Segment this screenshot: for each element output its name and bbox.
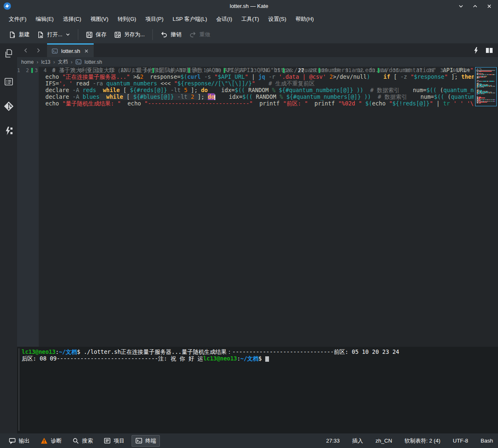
line-number[interactable]: 16: [168, 68, 179, 73]
code-line-15[interactable]: IFS=', ' read -ra quantum_numbers <<< "$…: [39, 80, 255, 87]
statusbar-tab-mode[interactable]: 软制表符: 2 (4): [405, 437, 441, 445]
menu-lsp-client[interactable]: LSP 客户端(L): [168, 13, 212, 25]
code-line-20[interactable]: idx=$(( RANDOM % ${#quantum_numbers[@]} …: [208, 87, 399, 93]
line-number[interactable]: 23: [251, 68, 262, 73]
menu-project[interactable]: 项目(P): [141, 13, 168, 25]
code-line-36[interactable]: printf "前区: ": [253, 100, 308, 107]
line-number[interactable]: 35: [393, 68, 404, 73]
close-icon[interactable]: [486, 3, 492, 9]
breadcrumb-item[interactable]: 文档: [58, 58, 68, 65]
code-line-34[interactable]: echo "量子随机生成结果: ": [39, 100, 121, 107]
line-number[interactable]: 9: [88, 68, 97, 73]
code-line-7[interactable]: response=$(curl -s "$API_URL" | jq -r '.…: [143, 73, 370, 80]
split-view-icon[interactable]: [486, 47, 493, 54]
line-number[interactable]: 8: [79, 68, 88, 73]
minimize-icon[interactable]: [458, 3, 464, 9]
line-number[interactable]: 15: [156, 68, 167, 73]
sidebar-tool-git[interactable]: [3, 101, 14, 112]
line-number[interactable]: 19: [203, 68, 215, 73]
line-number[interactable]: 29: [322, 68, 334, 73]
line-number[interactable]: 6: [61, 68, 70, 73]
code-line-18[interactable]: declare -A reds: [39, 87, 96, 93]
line-number[interactable]: 40: [452, 68, 464, 73]
line-number[interactable]: 14: [144, 68, 156, 73]
line-number[interactable]: 38: [428, 68, 440, 73]
statusbar-input-mode[interactable]: 插入: [352, 437, 363, 445]
line-number[interactable]: 31: [346, 68, 357, 73]
line-number[interactable]: 11: [109, 68, 120, 73]
statusbar-terminal-button[interactable]: 终端: [132, 435, 160, 447]
new-button[interactable]: 新建: [5, 28, 33, 41]
code-line-19[interactable]: while [ ${#reds[@]} -lt 5 ]; do: [96, 87, 208, 93]
sidebar-tool-filesystem[interactable]: [4, 77, 14, 87]
line-number[interactable]: 28: [310, 68, 321, 73]
line-number[interactable]: 24: [262, 68, 274, 73]
code-line-17[interactable]: # 生成不重复前区: [262, 80, 315, 87]
breadcrumb-item[interactable]: home: [21, 59, 34, 65]
tab-forward-icon[interactable]: [35, 48, 41, 53]
line-number[interactable]: 34: [381, 68, 393, 73]
line-number[interactable]: 30: [334, 68, 345, 73]
line-number[interactable]: 41: [464, 68, 476, 73]
statusbar-dictionary[interactable]: zh_CN: [376, 438, 392, 444]
code-line-21[interactable]: num=$(( (quantum_numbers[idx] % 35) + 1 …: [399, 87, 474, 93]
line-number[interactable]: 39: [440, 68, 452, 73]
open-button[interactable]: 打开...: [33, 28, 74, 41]
statusbar-cursor-position[interactable]: 27:33: [326, 438, 340, 444]
code-line-35[interactable]: echo "------------------------------": [121, 100, 253, 107]
line-number-gutter[interactable]: 1234567891011121314151617181920212223242…: [17, 67, 39, 347]
line-number[interactable]: 2: [26, 68, 35, 73]
code-view[interactable]: # 基于澳大利亚国立大学（ANU）量子光学团队的ANU量子数（AQN）API的A…: [39, 67, 474, 347]
tab-back-icon[interactable]: [23, 48, 29, 53]
line-number[interactable]: 7: [70, 68, 79, 73]
redo-button[interactable]: 重做: [185, 28, 214, 41]
statusbar-syntax-mode[interactable]: Bash: [481, 438, 493, 444]
undo-button[interactable]: 撤销: [157, 28, 185, 41]
save-as-button[interactable]: 另存为...: [110, 28, 149, 41]
terminal-panel[interactable]: lc13@neo13:~/文档$ ./lotter.sh正在连接量子服务器...…: [17, 347, 498, 433]
quick-open-icon[interactable]: [473, 47, 479, 54]
statusbar-diagnostics-button[interactable]: 诊断: [37, 435, 65, 447]
line-number[interactable]: 26: [286, 68, 298, 73]
statusbar-project-button[interactable]: 项目: [100, 435, 128, 447]
line-number[interactable]: 3: [35, 68, 43, 73]
menu-file[interactable]: 文件(F): [4, 13, 31, 25]
statusbar-output-button[interactable]: 输出: [5, 435, 33, 447]
code-line-28[interactable]: idx=$(( RANDOM % ${#quantum_numbers[@]} …: [215, 93, 407, 100]
line-number[interactable]: 37: [416, 68, 428, 73]
terminal-output[interactable]: lc13@neo13:~/文档$ ./lotter.sh正在连接量子服务器...…: [19, 348, 498, 431]
breadcrumb-item[interactable]: lotter.sh: [85, 59, 102, 65]
breadcrumb-item[interactable]: lc13: [41, 59, 50, 65]
line-number[interactable]: 32: [357, 68, 369, 73]
menu-tools[interactable]: 工具(T): [237, 13, 264, 25]
line-number[interactable]: 27: [298, 68, 310, 73]
statusbar-search-button[interactable]: 搜索: [69, 435, 97, 447]
line-number[interactable]: 20: [215, 68, 227, 73]
tab-lotter-sh[interactable]: lotter.sh: [47, 43, 94, 57]
line-number[interactable]: 36: [405, 68, 416, 73]
line-number[interactable]: 21: [227, 68, 239, 73]
line-number[interactable]: 33: [369, 68, 381, 73]
code-line-16[interactable]: [255, 80, 262, 87]
sidebar-tool-documents[interactable]: [4, 48, 14, 58]
menu-selection[interactable]: 选择(C): [58, 13, 86, 25]
scrollbar-minimap[interactable]: [474, 67, 498, 347]
code-line-26[interactable]: declare -A blues: [39, 93, 100, 100]
line-number[interactable]: 18: [192, 68, 203, 73]
line-number[interactable]: 17: [179, 68, 191, 73]
line-number[interactable]: 22: [239, 68, 251, 73]
menu-view[interactable]: 视图(V): [86, 13, 113, 25]
line-number[interactable]: 13: [132, 68, 144, 73]
menu-goto[interactable]: 转到(G): [113, 13, 141, 25]
menu-settings[interactable]: 设置(S): [264, 13, 291, 25]
code-line-9[interactable]: if [ -z "$response" ]; then: [377, 73, 474, 80]
line-number[interactable]: 4: [44, 68, 52, 73]
line-number[interactable]: 12: [120, 68, 132, 73]
menu-edit[interactable]: 编辑(E): [31, 13, 58, 25]
line-number[interactable]: 42: [476, 68, 488, 73]
line-number[interactable]: 10: [97, 68, 108, 73]
code-line-8[interactable]: [370, 73, 377, 80]
code-line-37[interactable]: printf "%02d " $(echo "${!reds[@]}" | tr…: [308, 100, 474, 107]
maximize-icon[interactable]: [472, 3, 478, 9]
line-number[interactable]: 5: [52, 68, 61, 73]
